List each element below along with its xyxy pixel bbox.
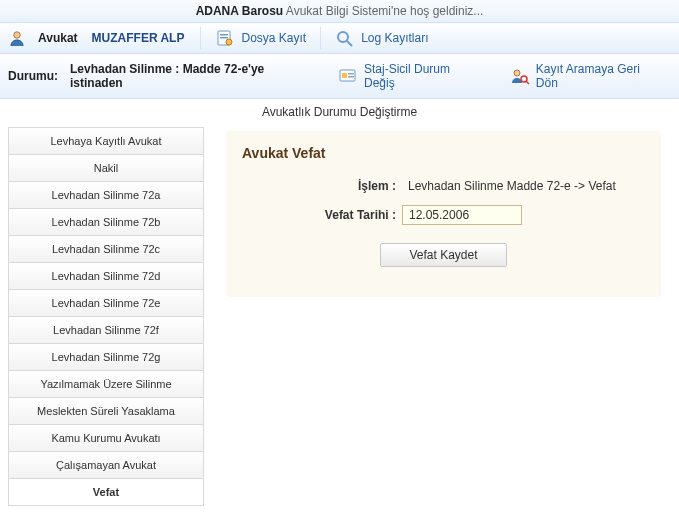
sidebar-item[interactable]: Çalışamayan Avukat [8,452,204,479]
status-value: Levhadan Silinme : Madde 72-e'ye istinad… [70,62,320,90]
svg-rect-8 [342,73,347,78]
vefat-kaydet-button[interactable]: Vefat Kaydet [380,243,506,267]
dosya-kayit-label: Dosya Kayıt [241,31,306,45]
separator [320,27,321,49]
staj-sicil-button[interactable]: Staj-Sicil Durum Değiş [332,60,490,92]
status-label: Durumu: [8,69,58,83]
vefat-tarihi-input[interactable] [402,205,522,225]
vefat-tarihi-label: Vefat Tarihi : [302,208,402,222]
sidebar: Levhaya Kayıtlı AvukatNakilLevhadan Sili… [8,127,204,506]
page-subtitle: Avukatlık Durumu Değiştirme [0,99,679,123]
svg-rect-10 [348,76,354,78]
search-icon [335,29,355,47]
org-name: ADANA Barosu [196,4,284,18]
svg-rect-2 [220,34,228,36]
sidebar-item[interactable]: Levhaya Kayıtlı Avukat [8,128,204,155]
svg-rect-9 [348,73,354,75]
sidebar-item[interactable]: Levhadan Silinme 72a [8,182,204,209]
separator [200,27,201,49]
sidebar-item[interactable]: Kamu Kurumu Avukatı [8,425,204,452]
user-search-icon [510,67,530,85]
sidebar-item[interactable]: Vefat [8,479,204,506]
sidebar-item[interactable]: Levhadan Silinme 72f [8,317,204,344]
svg-point-5 [338,32,348,42]
sidebar-item[interactable]: Levhadan Silinme 72e [8,290,204,317]
user-icon [8,29,26,47]
sidebar-item[interactable]: Levhadan Silinme 72c [8,236,204,263]
form-title: Avukat Vefat [242,145,645,161]
svg-line-13 [526,81,529,84]
svg-point-0 [14,32,20,38]
toolbar: Avukat MUZAFFER ALP Dosya Kayıt Log Kayı… [0,23,679,54]
document-icon [215,29,235,47]
islem-value: Levhadan Silinme Madde 72-e -> Vefat [408,179,616,193]
log-kayitlari-label: Log Kayıtları [361,31,428,45]
avukat-label: Avukat [38,31,78,45]
log-kayitlari-button[interactable]: Log Kayıtları [329,27,434,49]
welcome-bar: ADANA Barosu Avukat Bilgi Sistemi'ne hoş… [0,0,679,23]
dosya-kayit-button[interactable]: Dosya Kayıt [209,27,312,49]
svg-point-11 [514,70,520,76]
sidebar-item[interactable]: Levhadan Silinme 72d [8,263,204,290]
sidebar-item[interactable]: Yazılmamak Üzere Silinme [8,371,204,398]
geri-don-label: Kayıt Aramaya Geri Dön [536,62,665,90]
staj-sicil-label: Staj-Sicil Durum Değiş [364,62,484,90]
form-panel: Avukat Vefat İşlem : Levhadan Silinme Ma… [226,131,661,297]
svg-rect-3 [220,37,228,39]
sidebar-item[interactable]: Levhadan Silinme 72g [8,344,204,371]
welcome-text: Avukat Bilgi Sistemi'ne hoş geldiniz... [283,4,483,18]
svg-line-6 [347,41,352,46]
geri-don-button[interactable]: Kayıt Aramaya Geri Dön [504,60,671,92]
sidebar-item[interactable]: Nakil [8,155,204,182]
avukat-name: MUZAFFER ALP [92,31,185,45]
islem-label: İşlem : [302,179,402,193]
svg-point-4 [226,39,232,45]
card-icon [338,67,358,85]
status-bar: Durumu: Levhadan Silinme : Madde 72-e'ye… [0,54,679,99]
sidebar-item[interactable]: Levhadan Silinme 72b [8,209,204,236]
sidebar-item[interactable]: Meslekten Süreli Yasaklama [8,398,204,425]
